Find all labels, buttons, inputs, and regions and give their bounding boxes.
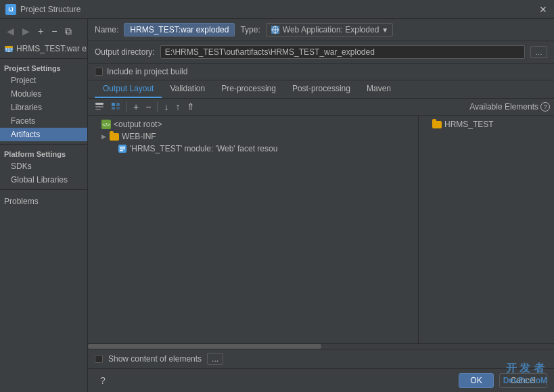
move-top-button[interactable]: ⇑	[184, 101, 198, 113]
svg-rect-19	[120, 150, 123, 151]
divider2	[0, 144, 87, 145]
svg-rect-10	[95, 106, 103, 107]
title-bar: IJ Project Structure ✕	[0, 0, 554, 19]
toolbar-separator2	[157, 101, 158, 112]
tree-item-module-facet[interactable]: 'HRMS_TEST' module: 'Web' facet resou	[88, 143, 418, 155]
sidebar-item-sdks[interactable]: SDKs	[0, 160, 87, 173]
help-button[interactable]: ?	[95, 374, 111, 387]
show-content-dots-button[interactable]: ...	[207, 353, 223, 365]
svg-rect-14	[112, 107, 115, 109]
svg-rect-13	[116, 103, 120, 106]
svg-rect-12	[112, 103, 115, 106]
window-title: Project Structure	[20, 5, 538, 14]
type-dropdown[interactable]: Web Application: Exploded ▼	[266, 23, 393, 36]
output-dir-row: Output directory: …	[88, 41, 554, 64]
artifact-name: HRMS_TEST:war exp	[16, 44, 87, 53]
available-item-hrms-test[interactable]: HRMS_TEST	[419, 118, 554, 130]
tab-post-processing[interactable]: Post-processing	[284, 80, 359, 98]
web-artifact-icon	[4, 44, 14, 53]
sidebar-nav: ◀ ▶ + − ⧉	[0, 22, 87, 42]
remove-item-button[interactable]: −	[143, 101, 154, 113]
toolbar-separator1	[126, 101, 127, 112]
root-icon: </>	[101, 120, 111, 129]
show-content-checkbox[interactable]	[95, 355, 103, 363]
tree-item-web-inf[interactable]: ▶ WEB-INF	[88, 130, 418, 143]
back-button[interactable]: ◀	[4, 24, 17, 38]
web-inf-label: WEB-INF	[122, 132, 156, 141]
available-help-icon[interactable]: ?	[540, 102, 550, 112]
svg-rect-11	[95, 109, 101, 110]
layout-btn1[interactable]	[92, 101, 107, 113]
project-settings-header: Project Settings	[0, 62, 87, 74]
add-button[interactable]: +	[35, 25, 46, 37]
dialog-buttons: ? OK Cancel	[88, 368, 554, 392]
include-build-label: Include in project build	[107, 67, 187, 76]
layout-toolbar: + − ↓ ↑ ⇑ Available Elements ?	[88, 99, 554, 116]
svg-rect-17	[120, 147, 125, 148]
forward-button[interactable]: ▶	[20, 24, 32, 38]
main-layout: ◀ ▶ + − ⧉ HRMS_TEST:war exp Project Sett…	[0, 19, 554, 392]
folder-icon-web-inf	[110, 133, 119, 141]
name-value[interactable]: HRMS_TEST:war exploded	[124, 23, 235, 36]
svg-rect-15	[116, 107, 120, 109]
expand-arrow-web-inf: ▶	[100, 133, 107, 140]
move-down-button[interactable]: ↓	[161, 101, 171, 113]
available-elements-label: Available Elements ?	[469, 102, 550, 112]
web-type-icon	[271, 25, 280, 34]
move-up-button[interactable]: ↑	[172, 101, 183, 113]
ok-button[interactable]: OK	[459, 373, 493, 388]
tab-pre-processing[interactable]: Pre-processing	[213, 80, 284, 98]
include-build-checkbox[interactable]	[95, 68, 103, 76]
sidebar-item-libraries[interactable]: Libraries	[0, 101, 87, 114]
tree-item-output-root[interactable]: </> <output root>	[88, 118, 418, 130]
horizontal-scrollbar[interactable]	[88, 343, 554, 349]
platform-settings-header: Platform Settings	[0, 147, 87, 160]
remove-button[interactable]: −	[49, 25, 60, 37]
left-tree-panel: </> <output root> ▶ WEB-INF	[88, 116, 419, 343]
output-root-label: <output root>	[114, 120, 162, 129]
show-content-label: Show content of elements	[108, 354, 202, 364]
sidebar-item-global-libraries[interactable]: Global Libraries	[0, 173, 87, 187]
tab-validation[interactable]: Validation	[162, 80, 213, 98]
divider3	[0, 189, 87, 190]
close-button[interactable]: ✕	[538, 4, 549, 15]
main-content: Name: HRMS_TEST:war exploded Type: Web A…	[88, 19, 554, 392]
sidebar-item-modules[interactable]: Modules	[0, 87, 87, 101]
folder-icon-hrms-test	[432, 121, 442, 128]
tabs-row: Output Layout Validation Pre-processing …	[88, 80, 554, 99]
available-hrms-test-label: HRMS_TEST	[444, 120, 494, 129]
panels-row: </> <output root> ▶ WEB-INF	[88, 116, 554, 343]
browse-button[interactable]: …	[530, 46, 547, 58]
svg-rect-4	[5, 46, 13, 48]
sidebar-item-project[interactable]: Project	[0, 74, 87, 87]
available-elements-panel: HRMS_TEST	[419, 116, 554, 343]
tab-maven[interactable]: Maven	[359, 80, 399, 98]
sidebar-item-problems[interactable]: Problems	[0, 193, 87, 208]
package-icon	[111, 102, 120, 110]
add-item-button[interactable]: +	[131, 101, 141, 113]
sidebar-item-facets[interactable]: Facets	[0, 114, 87, 128]
output-dir-label: Output directory:	[95, 47, 155, 57]
app-icon: IJ	[5, 4, 16, 15]
svg-rect-9	[95, 103, 103, 105]
layout-btn2[interactable]	[108, 101, 123, 113]
type-label: Type:	[240, 25, 260, 34]
cancel-button[interactable]: Cancel	[499, 373, 547, 388]
divider1	[0, 58, 87, 59]
module-facet-label: 'HRMS_TEST' module: 'Web' facet resou	[130, 144, 277, 153]
svg-rect-18	[120, 149, 125, 150]
name-label: Name:	[95, 25, 118, 34]
sidebar: ◀ ▶ + − ⧉ HRMS_TEST:war exp Project Sett…	[0, 19, 88, 392]
include-build-row: Include in project build	[88, 64, 554, 80]
module-facet-icon	[118, 144, 127, 153]
type-value: Web Application: Exploded	[283, 25, 379, 34]
name-type-row: Name: HRMS_TEST:war exploded Type: Web A…	[88, 19, 554, 41]
dropdown-arrow-icon: ▼	[382, 26, 388, 34]
sidebar-artifact-item[interactable]: HRMS_TEST:war exp	[0, 42, 87, 55]
output-dir-input[interactable]	[160, 45, 525, 59]
sidebar-item-artifacts[interactable]: Artifacts	[0, 128, 87, 141]
show-layout-icon	[95, 102, 104, 110]
tab-output-layout[interactable]: Output Layout	[95, 80, 162, 98]
copy-button[interactable]: ⧉	[62, 25, 74, 38]
bottom-bar: Show content of elements ...	[88, 349, 554, 368]
